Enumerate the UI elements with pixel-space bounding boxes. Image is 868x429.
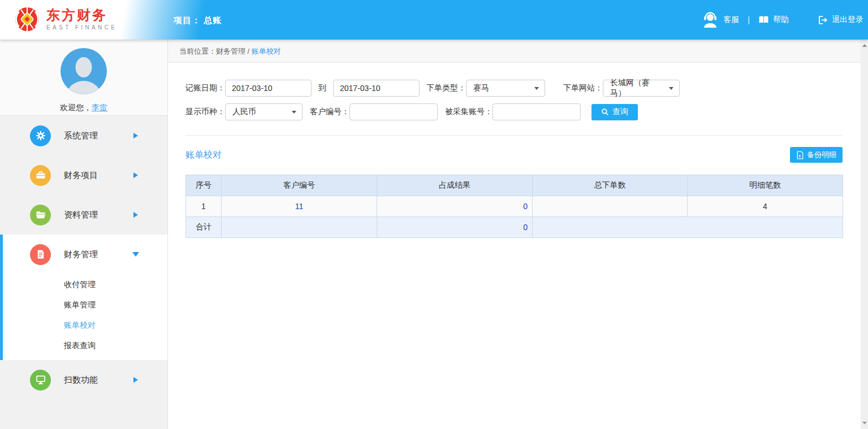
- brand-name: 东方财务: [46, 8, 117, 23]
- chevron-right-icon: [133, 133, 138, 138]
- cell-total-orders: [533, 196, 688, 217]
- cell-share-result-link[interactable]: 0: [377, 196, 533, 217]
- customer-service-label: 客服: [723, 15, 739, 25]
- sidebar-item-data-management[interactable]: 资料管理: [0, 195, 167, 235]
- book-icon: [758, 15, 769, 24]
- currency-value: 人民币: [232, 107, 256, 117]
- order-site-value: 长城网（赛马）: [610, 78, 664, 98]
- breadcrumb-current[interactable]: 账单校对: [252, 47, 281, 55]
- username-link[interactable]: 李雷: [92, 103, 107, 112]
- table-header-row: 序号 客户编号 占成结果 总下单数 明细笔数: [186, 175, 843, 196]
- order-type-value: 赛马: [473, 83, 489, 93]
- sidebar-item-label: 资料管理: [64, 210, 98, 220]
- chevron-down-icon: [132, 252, 139, 257]
- search-button[interactable]: 查询: [591, 104, 638, 120]
- project-title: 项目： 总账: [174, 15, 222, 26]
- document-icon: [30, 244, 51, 265]
- sidebar-item-finance-project[interactable]: 财务项目: [0, 155, 167, 195]
- folder-icon: [30, 205, 51, 226]
- to-label: 到: [318, 83, 326, 93]
- sidebar-subitem-bill-management[interactable]: 账单管理: [3, 294, 167, 315]
- header-separator: |: [748, 15, 750, 24]
- sidebar-nav: 系统管理 财务项目 资料管理: [0, 116, 167, 400]
- chevron-right-icon: [133, 212, 138, 218]
- chevron-right-icon: [133, 377, 138, 383]
- help-button[interactable]: 帮助: [758, 15, 789, 25]
- app-header: 东方财务 EAST FINANCE 项目： 总账 客服 | 帮助: [0, 0, 868, 40]
- filter-row-2: 显示币种： 人民币 客户编号： 被采集账号： 查询: [185, 103, 843, 120]
- sidebar-subitem-report-query[interactable]: 报表查询: [3, 335, 167, 356]
- cell-total-label: 合计: [186, 217, 222, 238]
- sidebar-subitem-payment-management[interactable]: 收付管理: [3, 274, 167, 294]
- sidebar-group-finance-management: 财务管理 收付管理 账单管理 账单校对 报表查询: [0, 235, 167, 360]
- cell-total-share-result[interactable]: 0: [377, 217, 533, 238]
- breadcrumb: 当前位置：财务管理 / 账单校对: [168, 40, 861, 63]
- briefcase-icon: [30, 165, 51, 186]
- monitor-icon: [30, 370, 51, 391]
- order-site-label: 下单网站：: [563, 83, 603, 93]
- backup-detail-button[interactable]: x 备份明细: [790, 147, 843, 163]
- caret-down-icon: [669, 87, 673, 90]
- user-profile: 欢迎您，李雷: [0, 40, 167, 116]
- order-type-label: 下单类型：: [426, 83, 466, 93]
- order-type-select[interactable]: 赛马: [466, 80, 545, 97]
- column-header-seq: 序号: [186, 175, 222, 196]
- cell-seq: 1: [186, 196, 222, 217]
- column-header-share-result: 占成结果: [377, 175, 533, 196]
- backup-button-label: 备份明细: [807, 150, 836, 160]
- svg-text:x: x: [798, 154, 801, 158]
- headset-icon: [701, 11, 719, 28]
- sidebar-item-label: 财务管理: [64, 249, 98, 260]
- customer-id-input[interactable]: [349, 103, 438, 120]
- logout-label: 退出登录: [832, 15, 863, 25]
- caret-down-icon: [292, 111, 296, 114]
- cell-total-merged: [533, 217, 843, 238]
- booking-date-label: 记账日期：: [185, 83, 225, 93]
- collected-account-label: 被采集账号：: [445, 107, 493, 117]
- sidebar-item-scan-function[interactable]: 扫数功能: [0, 360, 167, 400]
- logout-button[interactable]: 退出登录: [817, 15, 863, 25]
- section-header: 账单校对 x 备份明细: [185, 147, 843, 163]
- sidebar-subitem-bill-check[interactable]: 账单校对: [3, 315, 167, 335]
- header-actions: 客服 | 帮助 退出登录: [701, 0, 863, 40]
- brand-name-en: EAST FINANCE: [46, 24, 117, 31]
- date-to-input[interactable]: [333, 80, 420, 97]
- search-button-label: 查询: [612, 107, 628, 117]
- column-header-total-orders: 总下单数: [533, 175, 688, 196]
- cell-total-customer-id: [222, 217, 377, 238]
- currency-label: 显示币种：: [185, 107, 225, 117]
- section-title: 账单校对: [185, 149, 222, 161]
- divider: [185, 135, 843, 136]
- sidebar-item-system-management[interactable]: 系统管理: [0, 116, 167, 155]
- avatar[interactable]: [61, 48, 107, 94]
- breadcrumb-prefix: 当前位置：: [179, 47, 216, 55]
- customer-id-label: 客户编号：: [310, 107, 349, 117]
- welcome-prefix: 欢迎您，: [60, 103, 92, 112]
- customer-service-button[interactable]: 客服: [701, 11, 739, 28]
- welcome-text: 欢迎您，李雷: [0, 103, 167, 113]
- order-site-select[interactable]: 长城网（赛马）: [603, 80, 680, 97]
- collected-account-input[interactable]: [493, 103, 581, 120]
- sidebar-item-finance-management[interactable]: 财务管理: [3, 235, 167, 274]
- scroll-down-arrow-icon[interactable]: [862, 422, 867, 424]
- file-export-icon: x: [796, 151, 804, 159]
- vertical-scrollbar[interactable]: [861, 40, 868, 429]
- scroll-up-arrow-icon[interactable]: [862, 44, 867, 47]
- cell-customer-id-link[interactable]: 11: [222, 196, 377, 217]
- table-total-row: 合计 0: [186, 217, 843, 238]
- sidebar-item-label: 扫数功能: [64, 375, 98, 385]
- breadcrumb-separator: /: [245, 47, 252, 55]
- chevron-right-icon: [133, 172, 138, 178]
- main-content: 当前位置：财务管理 / 账单校对 记账日期： 到 下单类型： 赛马 下单网站： …: [168, 40, 861, 429]
- sidebar-item-label: 系统管理: [64, 131, 98, 141]
- date-from-input[interactable]: [225, 80, 312, 97]
- help-label: 帮助: [773, 15, 789, 25]
- sidebar-item-label: 财务项目: [64, 170, 98, 181]
- currency-select[interactable]: 人民币: [225, 103, 303, 120]
- breadcrumb-parent: 财务管理: [216, 47, 245, 55]
- column-header-customer-id: 客户编号: [222, 175, 377, 196]
- bill-check-table: 序号 客户编号 占成结果 总下单数 明细笔数 1 11 0 4 合计: [185, 175, 843, 238]
- column-header-detail-count: 明细笔数: [688, 175, 843, 196]
- finance-management-submenu: 收付管理 账单管理 账单校对 报表查询: [3, 274, 167, 356]
- search-icon: [601, 108, 609, 116]
